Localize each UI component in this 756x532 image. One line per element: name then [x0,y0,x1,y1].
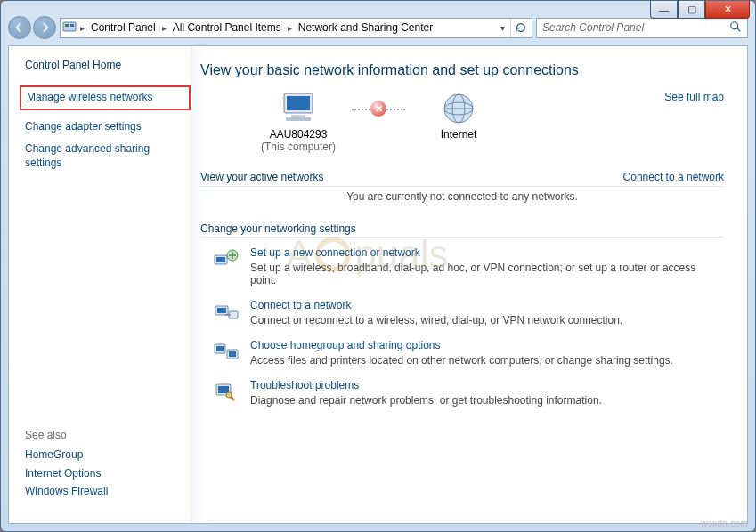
svg-rect-21 [216,346,224,351]
homegroup-icon [213,339,240,366]
computer-icon [278,91,319,126]
homegroup-option-link[interactable]: Choose homegroup and sharing options [250,339,724,351]
refresh-button[interactable] [510,19,530,37]
highlight-annotation: Manage wireless networks [20,85,191,110]
breadcrumb-all-items[interactable]: All Control Panel Items [170,21,284,34]
chevron-icon[interactable]: ▸ [160,23,168,33]
see-also-section: See also HomeGroup Internet Options Wind… [25,429,185,504]
search-placeholder: Search Control Panel [542,21,644,34]
connect-network-icon [213,299,240,326]
address-bar[interactable]: ▸ Control Panel ▸ All Control Panel Item… [60,18,532,38]
active-networks-row: View your active networks Connect to a n… [200,171,724,187]
internet-node[interactable]: Internet [405,91,512,141]
setup-connection-desc: Set up a wireless, broadband, dial-up, a… [250,262,724,286]
connect-to-network-link[interactable]: Connect to a network [623,171,724,183]
setup-connection-link[interactable]: Set up a new connection or network [250,246,724,259]
chevron-icon[interactable]: ▸ [78,23,86,33]
close-button[interactable]: ✕ [705,1,750,19]
address-bar-row: ▸ Control Panel ▸ All Control Panel Item… [8,13,748,42]
window-controls: — ▢ ✕ [650,1,750,19]
globe-icon [438,91,479,126]
nav-buttons [8,16,56,39]
this-computer-node[interactable]: AAU804293 (This computer) [245,91,352,153]
this-computer-sublabel: (This computer) [261,141,336,153]
change-adapter-link[interactable]: Change adapter settings [25,120,167,134]
page-title: View your basic network information and … [200,62,724,78]
forward-button[interactable] [33,16,56,39]
setup-connection-option[interactable]: Set up a new connection or network Set u… [213,246,724,286]
manage-wireless-link[interactable]: Manage wireless networks [27,91,169,105]
troubleshoot-link[interactable]: Troubleshoot problems [250,379,724,391]
chevron-icon[interactable]: ▸ [286,23,294,33]
search-input[interactable]: Search Control Panel [536,18,748,38]
active-networks-header: View your active networks [200,171,324,183]
back-arrow-icon [14,22,25,33]
breadcrumb-network-sharing[interactable]: Network and Sharing Center [296,21,435,34]
setup-connection-icon [213,246,240,273]
not-connected-message: You are currently not connected to any n… [200,190,724,203]
change-advanced-sharing-link[interactable]: Change advanced sharing settings [25,142,167,170]
svg-rect-17 [217,308,226,313]
svg-point-26 [226,392,232,398]
connection-path: ✕ [352,91,405,126]
window-frame: — ▢ ✕ ▸ Control Panel ▸ All Control Pane… [0,0,756,532]
svg-rect-8 [286,117,311,121]
maximize-button[interactable]: ▢ [678,1,705,19]
change-networking-header: Change your networking settings [200,222,724,238]
address-bar-dropdown[interactable]: ▾ [500,23,508,33]
titlebar[interactable] [1,1,755,10]
troubleshoot-desc: Diagnose and repair network problems, or… [250,394,724,407]
svg-line-4 [737,28,741,31]
svg-point-3 [731,21,738,28]
control-panel-icon [62,20,77,35]
connect-network-link[interactable]: Connect to a network [250,299,724,311]
source-watermark: wsxdn.com [701,519,748,528]
content-pane: ? Control Panel Home Manage wireless net… [8,45,748,524]
windows-firewall-link[interactable]: Windows Firewall [25,485,167,499]
troubleshoot-icon [213,379,240,406]
svg-rect-14 [216,257,225,262]
control-panel-home-link[interactable]: Control Panel Home [25,59,185,71]
svg-rect-7 [291,115,305,117]
svg-rect-6 [287,96,310,110]
svg-rect-1 [65,24,69,27]
back-button[interactable] [8,16,31,39]
internet-label: Internet [441,128,477,141]
homegroup-option-desc: Access files and printers located on oth… [250,354,724,367]
refresh-icon [515,21,527,34]
network-map: AAU804293 (This computer) ✕ Internet [245,91,724,153]
svg-rect-23 [229,351,236,357]
connect-network-desc: Connect or reconnect to a wireless, wire… [250,314,724,326]
main-pane: View your basic network information and … [191,46,747,523]
connect-network-option[interactable]: Connect to a network Connect or reconnec… [213,299,724,326]
see-also-header: See also [25,429,185,441]
search-icon[interactable] [729,20,742,36]
disconnected-icon: ✕ [370,101,386,117]
minimize-button[interactable]: — [650,1,678,19]
homegroup-link[interactable]: HomeGroup [25,448,167,463]
sidebar: Control Panel Home Manage wireless netwo… [9,46,191,523]
internet-options-link[interactable]: Internet Options [25,467,167,481]
svg-rect-2 [70,24,74,27]
svg-rect-25 [218,386,229,393]
computer-name-label: AAU804293 [270,128,328,141]
breadcrumb-control-panel[interactable]: Control Panel [88,21,159,34]
homegroup-option[interactable]: Choose homegroup and sharing options Acc… [213,339,724,367]
troubleshoot-option[interactable]: Troubleshoot problems Diagnose and repai… [213,379,724,407]
forward-arrow-icon [39,22,50,33]
